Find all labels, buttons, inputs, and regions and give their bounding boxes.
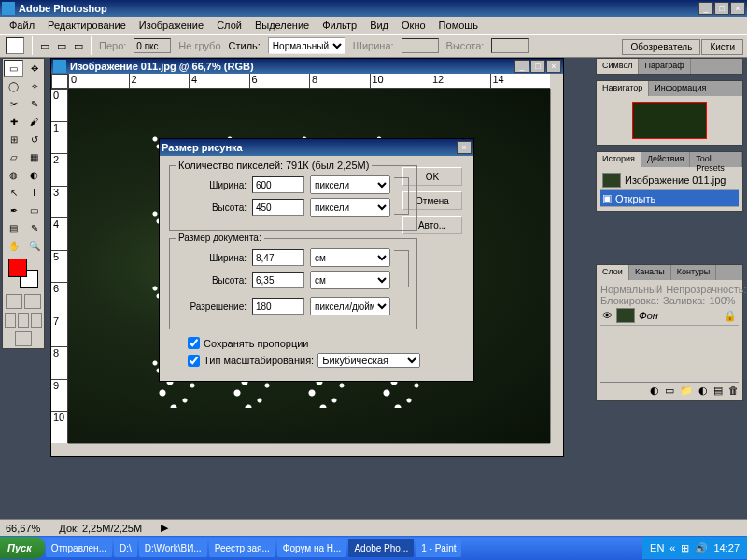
foreground-color[interactable] <box>8 259 27 277</box>
width-input[interactable] <box>402 38 439 53</box>
history-brush-tool[interactable]: ↺ <box>24 131 44 147</box>
layer-mask-icon[interactable]: ▭ <box>665 385 674 397</box>
tab-paths[interactable]: Контуры <box>671 265 716 280</box>
tab-paragraph[interactable]: Параграф <box>639 59 690 74</box>
px-height-unit[interactable]: пиксели <box>310 198 390 217</box>
layer-row[interactable]: 👁Фон🔒 <box>600 306 739 326</box>
color-swatch[interactable] <box>8 259 38 288</box>
hand-tool[interactable]: ✋ <box>4 237 23 254</box>
menu-window[interactable]: Окно <box>396 18 431 33</box>
menu-select[interactable]: Выделение <box>249 18 315 33</box>
resample-select[interactable]: Бикубическая <box>317 353 420 368</box>
menu-image[interactable]: Изображение <box>134 18 209 33</box>
doc-close-button[interactable]: × <box>546 60 561 73</box>
slice-tool[interactable]: ✎ <box>24 95 44 112</box>
folder-icon[interactable]: 📁 <box>680 385 693 397</box>
tab-toolpresets[interactable]: Tool Presets <box>690 152 742 167</box>
shape-icon-3[interactable]: ▭ <box>74 40 83 52</box>
clock[interactable]: 14:27 <box>713 542 740 553</box>
taskbar-item[interactable]: D:\Work\ВИ... <box>139 539 207 557</box>
shape-tool[interactable]: ▭ <box>24 202 44 218</box>
ruler-horizontal[interactable]: 02468101214 <box>68 74 550 89</box>
taskbar-item[interactable]: D:\ <box>114 539 137 557</box>
lang-indicator[interactable]: EN <box>650 542 664 553</box>
start-button[interactable]: Пуск <box>0 537 45 559</box>
status-arrow-icon[interactable]: ▶ <box>161 522 168 534</box>
menu-filter[interactable]: Фильтр <box>317 18 362 33</box>
doc-maximize-button[interactable]: □ <box>530 60 545 73</box>
doc-minimize-button[interactable]: _ <box>514 60 529 73</box>
feather-input[interactable] <box>134 38 171 53</box>
taskbar-item[interactable]: 1 - Paint <box>416 539 461 557</box>
eye-icon[interactable]: 👁 <box>602 310 613 321</box>
tab-actions[interactable]: Действия <box>641 152 690 167</box>
taskbar-item-active[interactable]: Adobe Pho... <box>348 539 414 557</box>
taskbar-item[interactable]: Форум на Н... <box>277 539 347 557</box>
path-tool[interactable]: ↖ <box>4 184 23 201</box>
navigator-thumbnail[interactable] <box>632 102 707 139</box>
marquee-tool[interactable]: ▭ <box>4 60 23 77</box>
crop-tool[interactable]: ✂ <box>4 95 23 112</box>
notes-tool[interactable]: ▤ <box>4 219 23 236</box>
tab-layers[interactable]: Слои <box>597 265 629 280</box>
maximize-button[interactable]: □ <box>714 2 729 15</box>
px-height-input[interactable] <box>252 199 304 216</box>
history-step[interactable]: ▣Открыть <box>600 190 739 207</box>
heal-tool[interactable]: ✚ <box>4 113 23 130</box>
tray-icon[interactable]: 🔊 <box>695 542 708 554</box>
fill-value[interactable]: 100% <box>709 295 735 306</box>
tab-navigator[interactable]: Навигатор <box>597 81 649 96</box>
tray-icon[interactable]: ⊞ <box>681 542 689 554</box>
screen-mode-1[interactable] <box>5 313 16 328</box>
ruler-origin[interactable] <box>51 74 68 89</box>
move-tool[interactable]: ✥ <box>24 60 44 77</box>
screen-mode-2[interactable] <box>18 313 29 328</box>
type-tool[interactable]: T <box>24 184 44 201</box>
resample-checkbox[interactable] <box>188 355 200 367</box>
gradient-tool[interactable]: ▦ <box>24 148 44 165</box>
close-button[interactable]: × <box>730 2 745 15</box>
zoom-value[interactable]: 66,67% <box>6 523 40 534</box>
marquee-preset-icon[interactable] <box>6 37 24 54</box>
brushes-tab[interactable]: Кисти <box>701 39 743 55</box>
screen-mode-3[interactable] <box>31 313 42 328</box>
wand-tool[interactable]: ✧ <box>24 77 44 94</box>
px-width-input[interactable] <box>252 176 304 193</box>
doc-height-input[interactable] <box>252 272 304 288</box>
style-select[interactable]: Нормальный <box>268 37 345 54</box>
quickmask-mode-icon[interactable] <box>24 294 41 309</box>
dialog-close-button[interactable]: × <box>457 141 472 154</box>
tray-icon[interactable]: « <box>669 542 675 553</box>
tab-history[interactable]: История <box>597 152 641 167</box>
minimize-button[interactable]: _ <box>698 2 713 15</box>
adjustment-icon[interactable]: ◐ <box>698 385 708 397</box>
history-snapshot[interactable]: Изображение 011.jpg <box>600 171 739 190</box>
blend-mode[interactable]: Нормальный <box>600 284 662 295</box>
shape-icon-1[interactable]: ▭ <box>40 40 49 52</box>
eyedropper-tool[interactable]: ✎ <box>24 219 44 236</box>
shape-icon-2[interactable]: ▭ <box>57 40 66 52</box>
resolution-input[interactable] <box>252 298 304 315</box>
menu-edit[interactable]: Редактирование <box>42 18 132 33</box>
doc-width-input[interactable] <box>252 249 304 266</box>
new-layer-icon[interactable]: ▤ <box>713 385 723 397</box>
scrollbar-horizontal[interactable] <box>68 443 550 456</box>
brush-tool[interactable]: 🖌 <box>24 113 44 130</box>
blur-tool[interactable]: ◍ <box>4 166 23 183</box>
browser-tab[interactable]: Обозреватель <box>622 39 700 55</box>
ruler-vertical[interactable]: 012345678910 <box>51 89 68 443</box>
lasso-tool[interactable]: ◯ <box>4 77 23 94</box>
jump-to-imageready[interactable] <box>15 331 32 346</box>
stamp-tool[interactable]: ⊞ <box>4 131 23 147</box>
standard-mode-icon[interactable] <box>6 294 22 309</box>
menu-help[interactable]: Помощь <box>433 18 485 33</box>
doc-height-unit[interactable]: см <box>310 271 390 289</box>
scrollbar-vertical[interactable] <box>550 89 563 443</box>
resolution-unit[interactable]: пиксели/дюйм <box>310 297 390 315</box>
taskbar-item[interactable]: Отправлен... <box>46 539 112 557</box>
menu-view[interactable]: Вид <box>364 18 394 33</box>
tab-channels[interactable]: Каналы <box>629 265 671 280</box>
menu-layer[interactable]: Слой <box>211 18 247 33</box>
zoom-tool[interactable]: 🔍 <box>24 237 44 254</box>
constrain-checkbox[interactable] <box>188 337 200 349</box>
